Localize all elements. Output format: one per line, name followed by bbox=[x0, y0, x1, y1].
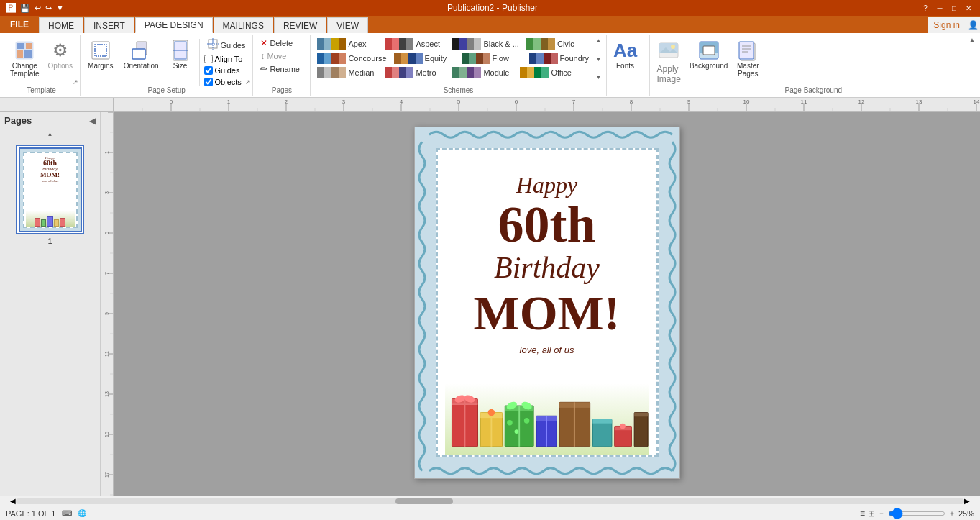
options-button[interactable]: ⚙ Options bbox=[45, 37, 75, 71]
delete-button[interactable]: ✕ Delete bbox=[257, 37, 296, 49]
card-gifts bbox=[445, 383, 649, 455]
pages-content: ✕ Delete ↕ Move ✏ Rename bbox=[257, 36, 303, 94]
master-pages-button[interactable]: MasterPages bbox=[733, 37, 762, 79]
svg-text:0: 0 bbox=[170, 99, 173, 105]
civic-label: Civic bbox=[557, 40, 574, 48]
tab-mailings[interactable]: MAILINGS bbox=[214, 17, 273, 33]
svg-text:1: 1 bbox=[227, 99, 231, 105]
canvas-area[interactable]: Happy 60th Birthday MOM! love, all of us bbox=[114, 112, 980, 496]
guides-check[interactable]: Guides bbox=[204, 65, 240, 76]
view-grid-icon[interactable]: ⊞ bbox=[868, 508, 875, 519]
zoom-slider[interactable] bbox=[888, 511, 945, 516]
h-scroll-track[interactable] bbox=[16, 498, 964, 504]
delete-icon: ✕ bbox=[260, 38, 267, 48]
account-icon[interactable]: 👤 bbox=[966, 17, 980, 33]
fonts-content: Aa Fonts bbox=[611, 36, 640, 94]
guides-button[interactable]: Guides bbox=[204, 37, 249, 53]
sign-in-button[interactable]: Sign in bbox=[928, 17, 966, 33]
redo-icon[interactable]: ↪ bbox=[44, 4, 53, 13]
template-group-expand[interactable]: ↗ bbox=[73, 78, 78, 86]
scheme-flow[interactable]: Flow bbox=[459, 52, 524, 65]
h-scroll-left[interactable]: ◀ bbox=[10, 497, 16, 505]
orientation-icon bbox=[129, 39, 152, 62]
black-colors bbox=[452, 38, 481, 50]
scheme-module[interactable]: Module bbox=[450, 66, 515, 79]
zoom-in-icon[interactable]: ＋ bbox=[948, 508, 956, 519]
collapse-ribbon-icon[interactable]: ▲ bbox=[968, 36, 976, 44]
objects-check[interactable]: Objects bbox=[204, 77, 242, 87]
page-thumb-image: Happy 60th Birthday MOM! love, all of us bbox=[16, 145, 84, 234]
ruler-v-svg: 1357911131517192123 bbox=[101, 112, 114, 496]
zoom-out-icon[interactable]: － bbox=[878, 508, 885, 519]
pages-up-arrow[interactable]: ▲ bbox=[47, 131, 53, 137]
svg-point-120 bbox=[487, 409, 494, 416]
scheme-office[interactable]: Office bbox=[518, 66, 582, 79]
rename-button[interactable]: ✏ Rename bbox=[257, 63, 303, 75]
move-button[interactable]: ↕ Move bbox=[257, 50, 289, 62]
save-icon[interactable]: 💾 bbox=[19, 4, 32, 13]
apply-image-button[interactable]: ApplyImage bbox=[654, 37, 684, 86]
scheme-black[interactable]: Black & ... bbox=[450, 37, 521, 50]
h-scroll-right[interactable]: ▶ bbox=[964, 497, 970, 505]
scheme-aspect[interactable]: Aspect bbox=[383, 37, 447, 50]
h-scroll-thumb[interactable] bbox=[395, 498, 453, 504]
align-to-check[interactable]: Align To bbox=[204, 54, 243, 64]
foundry-colors bbox=[529, 53, 558, 64]
background-button[interactable]: Background bbox=[687, 37, 731, 71]
scheme-apex[interactable]: Apex bbox=[315, 37, 380, 50]
tab-insert[interactable]: INSERT bbox=[84, 17, 134, 33]
move-icon: ↕ bbox=[260, 51, 265, 61]
size-label: Size bbox=[173, 62, 187, 70]
size-button[interactable]: Size bbox=[166, 37, 195, 71]
maximize-icon[interactable]: □ bbox=[948, 3, 960, 13]
scheme-metro[interactable]: Metro bbox=[383, 66, 447, 79]
margins-button[interactable]: Margins bbox=[85, 37, 116, 71]
svg-text:5: 5 bbox=[104, 232, 109, 234]
change-template-button[interactable]: ChangeTemplate bbox=[7, 37, 42, 79]
ruler-h-svg: 01234567891011121314 bbox=[114, 98, 980, 112]
scheme-equity[interactable]: Equity bbox=[392, 52, 457, 65]
schemes-up-arrow[interactable]: ▲ bbox=[596, 37, 602, 44]
svg-rect-4 bbox=[24, 50, 32, 58]
tab-review[interactable]: REVIEW bbox=[274, 17, 326, 33]
scheme-civic[interactable]: Civic bbox=[524, 37, 589, 50]
scheme-foundry[interactable]: Foundry bbox=[527, 52, 592, 65]
objects-checkbox[interactable] bbox=[204, 78, 213, 86]
card-text-area: Happy 60th Birthday MOM! love, all of us bbox=[474, 165, 620, 383]
page-setup-expand[interactable]: ↗ bbox=[245, 78, 251, 86]
customize-icon[interactable]: ▼ bbox=[55, 4, 65, 13]
card-line5: love, all of us bbox=[520, 345, 574, 355]
guides-checkbox[interactable] bbox=[204, 66, 213, 75]
delete-label: Delete bbox=[270, 39, 293, 47]
svg-text:3: 3 bbox=[104, 191, 109, 194]
align-to-checkbox[interactable] bbox=[204, 55, 213, 63]
svg-text:6: 6 bbox=[515, 99, 518, 105]
concourse-label: Concourse bbox=[348, 54, 386, 63]
flow-label: Flow bbox=[493, 54, 509, 63]
view-normal-icon[interactable]: ≡ bbox=[860, 508, 865, 519]
help-icon[interactable]: ? bbox=[920, 3, 931, 13]
tab-page-design[interactable]: PAGE DESIGN bbox=[135, 17, 213, 33]
scheme-concourse[interactable]: Concourse bbox=[315, 52, 388, 65]
undo-icon[interactable]: ↩ bbox=[33, 4, 42, 13]
tab-home[interactable]: HOME bbox=[39, 17, 83, 33]
svg-text:13: 13 bbox=[916, 99, 922, 105]
orientation-button[interactable]: Orientation bbox=[121, 37, 162, 71]
close-icon[interactable]: ✕ bbox=[963, 3, 974, 13]
page-thumbnail-1[interactable]: Happy 60th Birthday MOM! love, all of us bbox=[16, 145, 84, 245]
minimize-icon[interactable]: ─ bbox=[934, 3, 945, 13]
svg-text:1: 1 bbox=[104, 151, 109, 154]
tab-view[interactable]: VIEW bbox=[327, 17, 368, 33]
tab-file[interactable]: FILE bbox=[0, 16, 39, 33]
schemes-more-arrow[interactable]: ▼ bbox=[596, 74, 602, 81]
svg-point-18 bbox=[671, 45, 675, 49]
pages-panel-collapse[interactable]: ◀ bbox=[89, 116, 96, 126]
horizontal-scrollbar[interactable]: ◀ ▶ bbox=[0, 496, 980, 506]
objects-label: Objects bbox=[215, 78, 242, 86]
scheme-median[interactable]: Median bbox=[315, 66, 380, 79]
fonts-button[interactable]: Aa Fonts bbox=[611, 37, 640, 71]
flow-colors bbox=[462, 53, 490, 64]
svg-rect-21 bbox=[703, 46, 715, 55]
median-label: Median bbox=[348, 68, 374, 77]
schemes-down-arrow[interactable]: ▼ bbox=[596, 56, 602, 63]
